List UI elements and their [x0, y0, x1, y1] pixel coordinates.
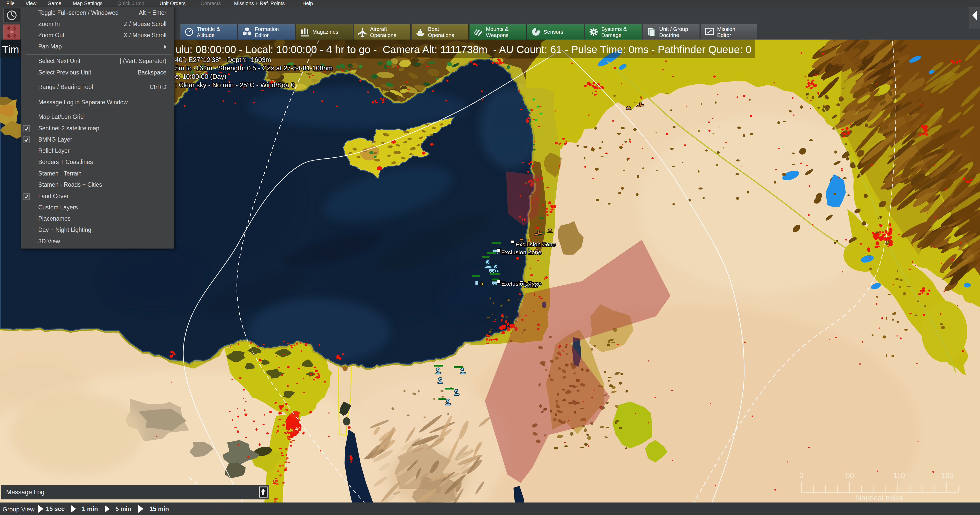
- svg-text:Exclusion Zone: Exclusion Zone: [501, 249, 541, 256]
- svg-text:Zone: Zone: [525, 282, 538, 289]
- svg-text:110: 110: [893, 471, 905, 480]
- svg-text:50: 50: [846, 471, 854, 480]
- svg-text:Nautical miles: Nautical miles: [856, 494, 904, 502]
- svg-text:160: 160: [941, 471, 953, 480]
- svg-text:Exclusion Zone: Exclusion Zone: [515, 241, 555, 248]
- svg-text:0: 0: [799, 471, 803, 480]
